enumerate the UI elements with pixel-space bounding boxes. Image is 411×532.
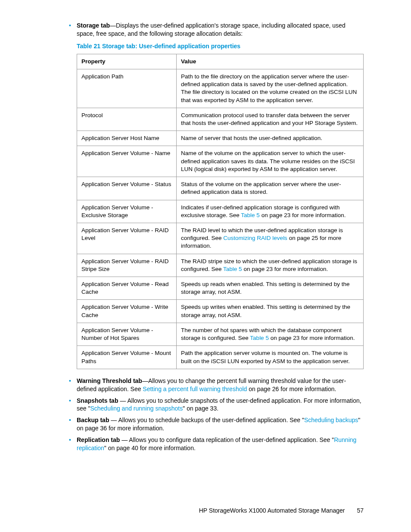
value-cell: Communication protocol used to transfer … [177,108,364,131]
property-cell: Application Server Host Name [77,131,177,146]
value-cell: The number of hot spares with which the … [177,323,364,345]
tab-description-item: Replication tab — Allows you to configur… [56,436,364,452]
intro-bullet-storage-tab: Storage tab—Displays the user-defined ap… [56,22,364,38]
col-header-value: Value [177,54,364,69]
cross-reference-link[interactable]: Table 5 [250,335,269,341]
table-row: Application Server Host NameName of serv… [77,131,364,146]
tab-description-item: Backup tab — Allows you to schedule back… [56,416,364,432]
value-cell: Indicates if user-defined application st… [177,200,364,223]
cross-reference-link[interactable]: Scheduling backups [304,417,358,423]
intro-list: Storage tab—Displays the user-defined ap… [56,22,364,38]
cross-reference-link[interactable]: Customizing RAID levels [223,235,287,241]
table-row: Application Server Volume - Exclusive St… [77,200,364,223]
table-row: Application Server Volume - RAID LevelTh… [77,223,364,254]
cross-reference-link[interactable]: Setting a percent full warning threshold [143,386,247,392]
table-row: Application Server Volume - Read CacheSp… [77,277,364,300]
property-cell: Application Server Volume - RAID Level [77,223,177,254]
property-cell: Application Server Volume - Number of Ho… [77,323,177,345]
property-cell: Application Server Volume - Name [77,146,177,177]
tab-label: Backup tab [77,417,109,423]
tab-description-item: Snapshots tab — Allows you to schedule s… [56,397,364,413]
property-cell: Application Server Volume - Read Cache [77,277,177,300]
value-cell: Path the application server volume is mo… [177,346,364,369]
tab-label: Snapshots tab [77,397,118,404]
table-row: Application Server Volume - Write CacheS… [77,300,364,323]
property-cell: Application Server Volume - Status [77,177,177,200]
value-cell: The RAID stripe size to which the user-d… [177,254,364,277]
value-cell: Name of the volume on the application se… [177,146,364,177]
cross-reference-link[interactable]: Scheduling and running snapshots [90,405,183,412]
table-row: Application PathPath to the file directo… [77,69,364,108]
tab-label: Warning Threshold tab [77,377,142,384]
col-header-property: Property [77,54,177,69]
value-cell: Speeds up writes when enabled. This sett… [177,300,364,323]
table-row: Application Server Volume - Mount PathsP… [77,346,364,369]
table-row: ProtocolCommunication protocol used to t… [77,108,364,131]
value-cell: Name of server that hosts the user-defin… [177,131,364,146]
property-cell: Application Server Volume - Write Cache [77,300,177,323]
tabs-list: Warning Threshold tab—Allows you to chan… [56,377,364,452]
intro-bullet-label: Storage tab [77,22,110,29]
intro-bullet-text: —Displays the user-defined application's… [77,22,346,37]
tab-label: Replication tab [77,436,120,443]
tab-description-item: Warning Threshold tab—Allows you to chan… [56,377,364,393]
cross-reference-link[interactable]: Table 5 [241,212,260,218]
cross-reference-link[interactable]: Table 5 [223,266,242,272]
value-cell: Status of the volume on the application … [177,177,364,200]
table-row: Application Server Volume - RAID Stripe … [77,254,364,277]
table-caption: Table 21 Storage tab: User-defined appli… [77,42,364,50]
table-row: Application Server Volume - Number of Ho… [77,323,364,345]
table-row: Application Server Volume - StatusStatus… [77,177,364,200]
property-cell: Application Server Volume - RAID Stripe … [77,254,177,277]
property-cell: Application Server Volume - Mount Paths [77,346,177,369]
value-cell: Speeds up reads when enabled. This setti… [177,277,364,300]
property-cell: Protocol [77,108,177,131]
property-cell: Application Server Volume - Exclusive St… [77,200,177,223]
table-row: Application Server Volume - NameName of … [77,146,364,177]
properties-table: Property Value Application PathPath to t… [77,54,364,369]
value-cell: Path to the file directory on the applic… [177,69,364,108]
value-cell: The RAID level to which the user-defined… [177,223,364,254]
property-cell: Application Path [77,69,177,108]
